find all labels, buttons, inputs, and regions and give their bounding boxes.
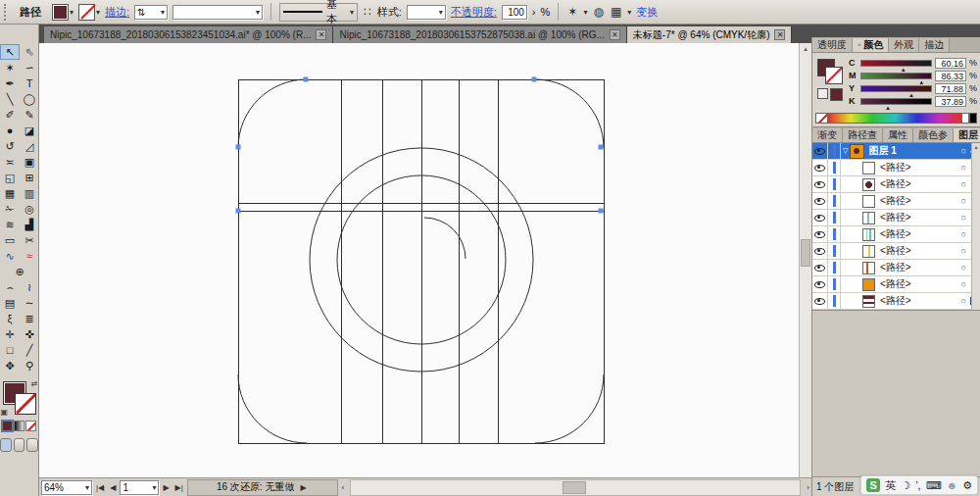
target-circle-icon[interactable]: ○ (961, 196, 970, 206)
chevron-down-icon[interactable]: ▾ (583, 8, 587, 17)
brush-definition-select[interactable]: 基本 ▾ (279, 3, 358, 22)
hand-tool-icon[interactable]: ✥ (0, 358, 20, 373)
fill-color-button[interactable]: ▾ (52, 4, 74, 21)
layer-path-row[interactable]: <路径> ○ (812, 276, 980, 293)
opacity-popup-icon[interactable]: › (532, 6, 536, 18)
rotate-tool-icon[interactable]: ↺ (0, 138, 20, 154)
graphic-style-select[interactable]: ▾ (407, 5, 446, 20)
lock-toggle[interactable] (828, 243, 841, 259)
width-tool-icon[interactable]: ≍ (0, 154, 20, 170)
lock-toggle[interactable] (828, 226, 841, 242)
channel-value[interactable]: 71.88 (935, 83, 966, 94)
layer-path-row[interactable]: <路径> ○ (812, 293, 980, 310)
none-mode-button[interactable] (25, 421, 36, 431)
free-transform-tool-icon[interactable]: ▣ (20, 154, 39, 170)
visibility-toggle[interactable] (812, 193, 828, 209)
stroke-link[interactable]: 描边: (105, 5, 129, 20)
scroll-left-icon[interactable]: ‹ (340, 483, 347, 492)
keyboard-icon[interactable]: ⌨ (926, 479, 942, 492)
envelope-distort-tool-icon[interactable]: ⌢ (0, 279, 20, 295)
lock-toggle[interactable] (828, 176, 841, 192)
layer-path-row[interactable]: <路径> ○ (812, 176, 980, 193)
perspective-grid-tool-icon[interactable]: ⊞ (20, 170, 39, 185)
visibility-toggle[interactable] (812, 226, 828, 242)
pen-tool-icon[interactable]: ✒ (0, 75, 20, 91)
panel-grip[interactable] (4, 4, 11, 21)
width-profile-icon[interactable]: ∷ (364, 5, 371, 19)
visibility-toggle[interactable] (812, 143, 828, 159)
eyedropper-tool-icon[interactable]: ✁ (0, 201, 20, 217)
channel-slider[interactable]: ▲ (860, 85, 932, 92)
perspective-selection-tool-icon[interactable]: ⊕ (0, 264, 39, 279)
target-circle-icon[interactable]: ○ (961, 213, 970, 223)
channel-slider[interactable]: ▲ (860, 98, 932, 105)
layers-scrollbar[interactable]: ▴ (971, 143, 980, 310)
shape-builder-tool-icon[interactable]: ◱ (0, 170, 20, 185)
panel-tab[interactable]: ◦ 颜色 (853, 38, 889, 52)
panel-tab[interactable]: 透明度 (812, 38, 853, 52)
gradient-mode-button[interactable] (14, 421, 24, 431)
stroke-weight-stepper[interactable]: ⇅ ▾ (134, 5, 168, 20)
horizontal-scrollbar[interactable] (350, 479, 801, 496)
close-icon[interactable]: ✕ (316, 29, 326, 40)
spectrum-gradient[interactable] (828, 113, 961, 124)
visibility-toggle[interactable] (812, 293, 828, 309)
fullscreen-mode-button[interactable] (26, 438, 38, 452)
channel-slider[interactable]: ▲ (860, 60, 932, 67)
visibility-toggle[interactable] (812, 243, 828, 259)
scroll-up-icon[interactable]: ▴ (974, 144, 977, 150)
stepper-icon[interactable]: ⇅ (137, 7, 145, 18)
lasso-tool-icon[interactable]: ∽ (20, 60, 39, 75)
eraser-tool-icon[interactable]: ◪ (20, 123, 39, 138)
chevron-down-icon[interactable]: ▾ (627, 8, 631, 17)
target-circle-icon[interactable]: ○ (961, 163, 970, 173)
target-circle-icon[interactable]: ○ (961, 146, 970, 156)
direct-selection-tool-icon[interactable]: ⇖ (20, 44, 39, 60)
artboard-tool-icon[interactable]: ▭ (0, 232, 20, 248)
squiggle-tool-icon[interactable]: ξ (0, 311, 20, 326)
vertical-scroll-thumb[interactable] (801, 239, 810, 267)
visibility-toggle[interactable] (812, 260, 828, 275)
transform-link[interactable]: 变换 (636, 5, 658, 20)
gradient-tool-icon[interactable]: ▥ (20, 185, 39, 201)
lock-toggle[interactable] (828, 293, 841, 309)
chevron-down-icon[interactable]: ▾ (85, 483, 89, 492)
panel-tab[interactable]: 图层 (954, 128, 980, 142)
stroke-color-well[interactable] (15, 393, 36, 415)
variable-width-profile-select[interactable]: ▾ (172, 5, 263, 20)
fill-swatch[interactable] (52, 4, 69, 21)
layer-name[interactable]: 图层 1 (868, 144, 960, 158)
account-icon[interactable]: ☻ (947, 479, 958, 491)
symbol-sprayer-tool-icon[interactable]: ≋ (0, 217, 20, 232)
layer-path-row[interactable]: <路径> ○ (812, 210, 980, 226)
target-circle-icon[interactable]: ○ (961, 263, 970, 273)
visibility-toggle[interactable] (812, 210, 828, 225)
mesh-tool-icon[interactable]: ▦ (0, 185, 20, 201)
gamut-color-swatch[interactable] (830, 88, 843, 101)
opacity-link[interactable]: 不透明度: (451, 5, 497, 20)
first-artboard-icon[interactable]: |◀ (94, 483, 106, 492)
normal-screen-mode-button[interactable] (0, 438, 12, 452)
default-fill-stroke-icon[interactable]: ▣ (1, 408, 9, 417)
target-circle-icon[interactable]: ○ (961, 296, 970, 306)
stroke-color-button[interactable]: ▾ (78, 4, 100, 21)
out-of-gamut-cube-icon[interactable] (817, 88, 828, 99)
close-icon[interactable]: ✕ (774, 29, 785, 40)
last-artboard-icon[interactable]: ▶| (173, 483, 185, 492)
ellipse-tool-icon[interactable]: ◯ (20, 91, 39, 107)
document-tab[interactable]: Nipic_10673188_20180306153823451034.ai* … (44, 26, 333, 43)
swap-fill-stroke-icon[interactable]: ⇄ (31, 379, 38, 388)
layer-header-row[interactable]: ▽ 图层 1 ○ ▪ (812, 143, 980, 160)
line-segment-tool-icon[interactable]: ╲ (0, 91, 20, 107)
channel-value[interactable]: 60.16 (935, 58, 966, 69)
stroke-none-swatch[interactable] (78, 4, 95, 21)
target-circle-icon[interactable]: ○ (961, 229, 970, 239)
chevron-down-icon[interactable]: ▾ (256, 8, 260, 17)
selection-tool-icon[interactable]: ↖ (0, 44, 20, 60)
select-similar-icon[interactable]: ✶ (567, 5, 577, 19)
chevron-down-icon[interactable]: ▾ (439, 8, 443, 17)
knife-tool-icon[interactable]: ╱ (20, 342, 39, 358)
panel-tab[interactable]: 属性 (883, 128, 913, 142)
wave-tool-icon[interactable]: ≀ (20, 279, 39, 295)
align-options-icon[interactable]: ▦ (611, 5, 621, 19)
